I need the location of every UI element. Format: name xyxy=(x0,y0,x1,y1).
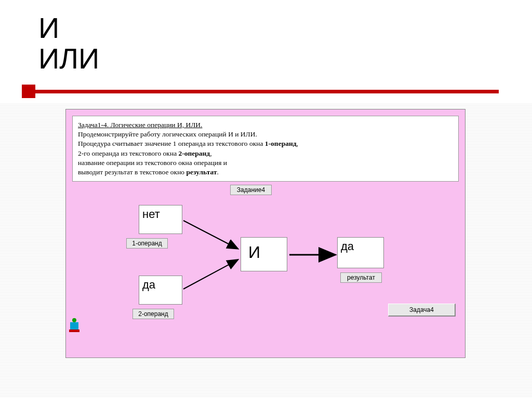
task-line-5b: результат xyxy=(186,168,217,176)
label-operand-1: 1-операнд xyxy=(126,238,168,249)
operand-1-input[interactable]: нет xyxy=(139,205,182,234)
task-line-3a: 2-го операнда из текстового окна xyxy=(78,149,179,157)
task-line-2c: , xyxy=(297,140,298,147)
task-description-box: Задача1-4. Логические операции И, ИЛИ. П… xyxy=(72,116,459,182)
task-line-2a: Процедура считывает значение 1 операнда … xyxy=(78,140,265,147)
task-line-4: название операции из текстового окна опе… xyxy=(78,159,227,167)
operand-2-input[interactable]: да xyxy=(139,276,182,305)
task-line-1: Продемонстрируйте работу логических опер… xyxy=(78,130,257,138)
title-line-1: И xyxy=(38,13,99,44)
task4-button[interactable]: Задача4 xyxy=(388,304,456,317)
task-line-5a: выводит результат в текстовое окно xyxy=(78,168,186,176)
task-panel: Задача1-4. Логические операции И, ИЛИ. П… xyxy=(65,109,466,358)
title-line-2: ИЛИ xyxy=(38,44,99,74)
accent-line xyxy=(31,90,499,93)
task-line-3b: 2-операнд xyxy=(179,149,210,157)
label-operand-2: 2-операнд xyxy=(132,309,174,319)
task-line-2b: 1-операнд xyxy=(265,140,297,147)
svg-line-0 xyxy=(183,221,237,249)
svg-line-1 xyxy=(183,260,237,289)
task-link[interactable]: Задача1-4. Логические операции И, ИЛИ. xyxy=(78,121,202,129)
sprite-icon xyxy=(69,317,85,333)
label-zadanie4: Задание4 xyxy=(230,185,272,195)
page-title: И ИЛИ xyxy=(38,13,99,74)
task-line-5c: . xyxy=(217,168,219,176)
operation-input[interactable]: И xyxy=(241,237,287,271)
task-line-3c: , xyxy=(210,149,211,157)
label-result: результат xyxy=(340,272,382,283)
result-output: да xyxy=(337,237,384,268)
